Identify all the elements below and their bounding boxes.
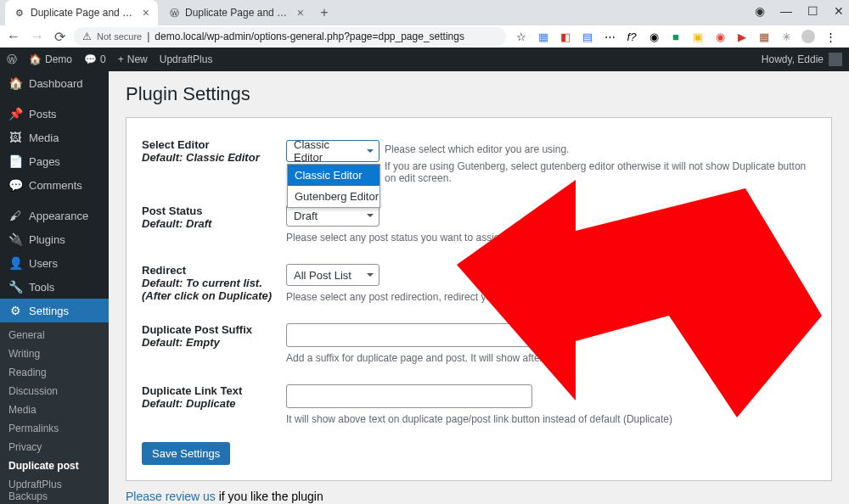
sidebar-item-users[interactable]: 👤Users: [0, 251, 109, 275]
sub-duplicate-post[interactable]: Duplicate post: [0, 456, 109, 475]
sidebar-item-settings[interactable]: ⚙Settings: [0, 299, 109, 322]
ext-icon[interactable]: ◉: [713, 30, 727, 43]
nav-arrows: ← → ⟳: [7, 29, 65, 45]
editor-label: Select Editor: [142, 138, 286, 151]
sub-reading[interactable]: Reading: [0, 363, 109, 382]
ext-icon[interactable]: ▦: [757, 30, 771, 43]
close-icon[interactable]: ×: [297, 6, 304, 20]
status-desc: Please select any post status you want t…: [286, 232, 816, 244]
save-button[interactable]: Save Settings: [142, 442, 230, 465]
tools-icon: 🔧: [8, 280, 22, 294]
profile-avatar-icon[interactable]: [801, 30, 815, 43]
ext-icon[interactable]: ◧: [559, 30, 572, 43]
favicon-icon: ⚙: [14, 7, 25, 19]
sub-privacy[interactable]: Privacy: [0, 438, 109, 456]
review-link[interactable]: Please review us: [126, 490, 216, 503]
ext-icon[interactable]: ▶: [735, 30, 749, 43]
sub-updraft[interactable]: UpdraftPlus Backups: [0, 475, 109, 504]
sub-discussion[interactable]: Discussion: [0, 382, 109, 400]
wp-logo-icon[interactable]: Ⓦ: [7, 53, 17, 67]
sidebar-item-dashboard[interactable]: 🏠Dashboard: [0, 71, 109, 95]
row-link-text: Duplicate Link Text Default: Duplicate I…: [142, 374, 816, 435]
close-window-icon[interactable]: ✕: [834, 4, 844, 18]
ext-icon[interactable]: ✳: [779, 30, 793, 43]
page-title: Plugin Settings: [126, 83, 832, 105]
comments-bubble[interactable]: 💬0: [84, 53, 106, 65]
site-home[interactable]: 🏠Demo: [29, 53, 72, 65]
row-select-editor: Select Editor Default: Classic Editor Cl…: [142, 128, 816, 194]
sidebar-item-posts[interactable]: 📌Posts: [0, 102, 109, 126]
sub-permalinks[interactable]: Permalinks: [0, 419, 109, 438]
ext-icon[interactable]: f?: [625, 30, 638, 43]
minimize-icon[interactable]: —: [780, 4, 792, 18]
sidebar-item-comments[interactable]: 💬Comments: [0, 173, 109, 197]
tab-title: Duplicate Page and Post ‹ Demo: [31, 7, 138, 19]
howdy-text[interactable]: Howdy, Eddie: [762, 53, 824, 65]
insecure-label: Not secure: [97, 31, 142, 42]
sidebar-item-pages[interactable]: 📄Pages: [0, 149, 109, 173]
favicon-icon: Ⓦ: [168, 7, 180, 19]
star-icon[interactable]: ☆: [514, 30, 528, 43]
media-icon: 🖼: [8, 131, 22, 144]
ext-icon[interactable]: ■: [669, 30, 683, 43]
ext-icon[interactable]: ◉: [647, 30, 661, 43]
editor-desc2: If you are using Gutenberg, select guten…: [385, 160, 816, 184]
sidebar-item-media[interactable]: 🖼Media: [0, 126, 109, 149]
sub-media[interactable]: Media: [0, 400, 109, 419]
redirect-desc: Please select any post redirection, redi…: [286, 291, 816, 303]
forward-icon[interactable]: →: [31, 29, 44, 45]
new-tab-button[interactable]: +: [314, 3, 335, 23]
redirect-select[interactable]: All Post List: [286, 264, 380, 286]
linktext-desc: It will show above text on duplicate pag…: [286, 413, 816, 425]
browser-tab-active[interactable]: ⚙ Duplicate Page and Post ‹ Demo ×: [5, 0, 158, 25]
linktext-default: Default: Duplicate: [142, 397, 286, 410]
url-field[interactable]: ⚠ Not secure | demo.local/wp-admin/optio…: [74, 27, 506, 46]
suffix-label: Duplicate Post Suffix: [142, 323, 286, 336]
back-icon[interactable]: ←: [7, 29, 20, 45]
suffix-default: Default: Empty: [142, 336, 286, 349]
ext-icon[interactable]: ▤: [581, 30, 594, 43]
record-icon[interactable]: ◉: [755, 4, 765, 18]
comment-icon: 💬: [84, 53, 97, 65]
updraft-link[interactable]: UpdraftPlus: [160, 53, 213, 65]
sidebar-item-plugins[interactable]: 🔌Plugins: [0, 227, 109, 251]
sidebar-item-tools[interactable]: 🔧Tools: [0, 275, 109, 299]
suffix-desc: Add a suffix for duplicate page and post…: [286, 352, 816, 364]
row-suffix: Duplicate Post Suffix Default: Empty Add…: [142, 313, 816, 374]
avatar-icon[interactable]: [829, 53, 842, 66]
new-content[interactable]: +New: [118, 53, 148, 65]
sidebar-item-appearance[interactable]: 🖌Appearance: [0, 204, 109, 227]
editor-select[interactable]: Classic Editor Classic Editor Gutenberg …: [286, 140, 380, 162]
divider: |: [147, 31, 149, 42]
admin-sidebar: 🏠Dashboard 📌Posts 🖼Media 📄Pages 💬Comment…: [0, 71, 109, 504]
linktext-input[interactable]: [286, 384, 532, 408]
redirect-default: Default: To current list.: [142, 277, 286, 289]
dashboard-icon: 🏠: [8, 76, 22, 90]
tab-title: Duplicate Page and Post – WordP: [185, 7, 292, 19]
close-icon[interactable]: ×: [143, 6, 149, 20]
menu-icon[interactable]: ⋮: [824, 30, 837, 43]
browser-chrome: ⚙ Duplicate Page and Post ‹ Demo × Ⓦ Dup…: [0, 0, 849, 48]
suffix-input[interactable]: [286, 323, 532, 347]
settings-panel: Select Editor Default: Classic Editor Cl…: [126, 117, 832, 481]
browser-tab-inactive[interactable]: Ⓦ Duplicate Page and Post – WordP ×: [160, 0, 312, 25]
extensions: ☆ ▦ ◧ ▤ ⋯ f? ◉ ■ ▣ ◉ ▶ ▦ ✳ ⋮: [514, 30, 842, 43]
status-default: Default: Draft: [142, 217, 286, 230]
ext-icon[interactable]: ▣: [691, 30, 705, 43]
ext-icon[interactable]: ▦: [537, 30, 550, 43]
editor-default: Default: Classic Editor: [142, 151, 286, 164]
maximize-icon[interactable]: ☐: [807, 4, 818, 18]
posts-icon: 📌: [8, 107, 22, 120]
ext-icon[interactable]: ⋯: [603, 30, 616, 43]
plugins-icon: 🔌: [8, 232, 22, 246]
settings-submenu: General Writing Reading Discussion Media…: [0, 322, 109, 504]
editor-option-classic[interactable]: Classic Editor: [288, 165, 380, 186]
sub-writing[interactable]: Writing: [0, 344, 109, 363]
reload-icon[interactable]: ⟳: [54, 29, 65, 45]
sub-general[interactable]: General: [0, 326, 109, 344]
window-controls: ◉ — ☐ ✕: [755, 4, 844, 18]
editor-option-gutenberg[interactable]: Gutenberg Editor: [288, 186, 380, 207]
editor-desc1: Please select which editor you are using…: [385, 143, 816, 155]
settings-icon: ⚙: [8, 304, 22, 317]
row-post-status: Post Status Default: Draft Draft Please …: [142, 194, 816, 254]
